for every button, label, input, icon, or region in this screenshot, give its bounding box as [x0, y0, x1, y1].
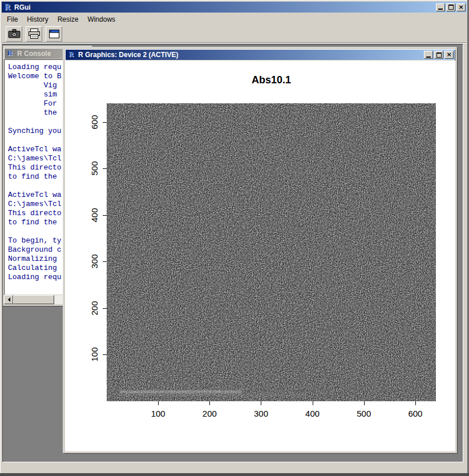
minimize-icon: [438, 9, 443, 10]
x-axis-tick: [158, 401, 159, 405]
rgui-titlebar[interactable]: R RGui ×: [2, 2, 467, 13]
graphics-minimize-button[interactable]: [424, 51, 433, 59]
microarray-image: [107, 103, 436, 401]
menu-item-history[interactable]: History: [22, 14, 52, 25]
y-axis-tick: [103, 354, 107, 355]
console-window-icon: [48, 29, 60, 39]
minimize-icon: [426, 57, 431, 58]
scroll-left-button[interactable]: [4, 295, 13, 304]
printer-icon: [28, 29, 41, 39]
x-axis-tick: [364, 401, 365, 405]
x-axis-tick-label: 100: [151, 409, 165, 418]
y-axis-tick: [103, 122, 107, 123]
console-focus-button[interactable]: [46, 26, 62, 42]
graphics-maximize-button[interactable]: [434, 51, 443, 59]
x-axis-tick-label: 400: [305, 409, 320, 418]
y-axis-tick: [103, 308, 107, 309]
x-axis-tick: [209, 401, 210, 405]
x-axis-tick: [261, 401, 261, 405]
rgui-main-window: R RGui × FileHistoryResizeWindows: [0, 0, 469, 476]
close-button[interactable]: ×: [456, 3, 466, 11]
r-graphics-window: R R Graphics: Device 2 (ACTIVE) × Abs10.…: [63, 47, 457, 453]
minimize-button[interactable]: [436, 3, 445, 11]
graphics-window-controls: ×: [424, 51, 454, 59]
toolbar: [2, 25, 466, 43]
print-button[interactable]: [26, 26, 42, 42]
plot-title: Abs10.1: [107, 74, 436, 86]
plot-area: Abs10.1: [65, 60, 455, 451]
snapshot-button[interactable]: [6, 26, 22, 42]
window-frame-bottom: [0, 473, 469, 476]
faint-streak: [119, 390, 242, 393]
graphics-title: R Graphics: Device 2 (ACTIVE): [78, 51, 424, 59]
maximize-icon: [448, 5, 454, 10]
y-axis-tick-label: 200: [90, 301, 99, 315]
y-axis-tick: [103, 261, 107, 262]
left-arrow-icon: [6, 297, 10, 302]
menu-item-resize[interactable]: Resize: [53, 14, 83, 25]
menu-item-windows[interactable]: Windows: [83, 14, 120, 25]
close-icon: ×: [446, 52, 451, 58]
maximize-button[interactable]: [446, 3, 455, 11]
close-icon: ×: [458, 5, 463, 10]
y-axis-tick: [103, 168, 107, 169]
y-axis-tick: [103, 215, 107, 216]
scrollbar-thumb[interactable]: [13, 295, 54, 304]
r-logo-icon: R: [3, 3, 12, 12]
x-axis-tick-label: 500: [357, 409, 371, 418]
menu-item-file[interactable]: File: [2, 14, 22, 25]
camera-icon: [8, 29, 21, 39]
window-title: RGui: [14, 3, 436, 11]
x-axis-tick-label: 600: [408, 409, 422, 418]
noise-texture: [107, 103, 436, 401]
y-axis-tick-label: 400: [90, 208, 99, 222]
x-axis-tick: [415, 401, 416, 405]
y-axis-tick-label: 100: [90, 348, 99, 362]
y-axis-tick-label: 600: [90, 115, 99, 129]
maximize-icon: [436, 53, 442, 58]
r-logo-icon: R: [6, 50, 14, 58]
graphics-close-button[interactable]: ×: [444, 51, 454, 59]
graphics-titlebar[interactable]: R R Graphics: Device 2 (ACTIVE) ×: [66, 50, 455, 60]
r-logo-icon: R: [67, 51, 75, 59]
mdi-area: R R Console Loading requWelcome to B Vig…: [2, 44, 463, 462]
menu-bar: FileHistoryResizeWindows: [2, 14, 466, 25]
window-controls: ×: [436, 3, 466, 11]
y-axis-tick-label: 300: [90, 255, 99, 269]
x-axis-tick: [313, 401, 313, 405]
y-axis-tick-label: 500: [90, 162, 99, 176]
x-axis-tick-label: 200: [203, 409, 217, 418]
x-axis-tick-label: 300: [254, 409, 268, 418]
